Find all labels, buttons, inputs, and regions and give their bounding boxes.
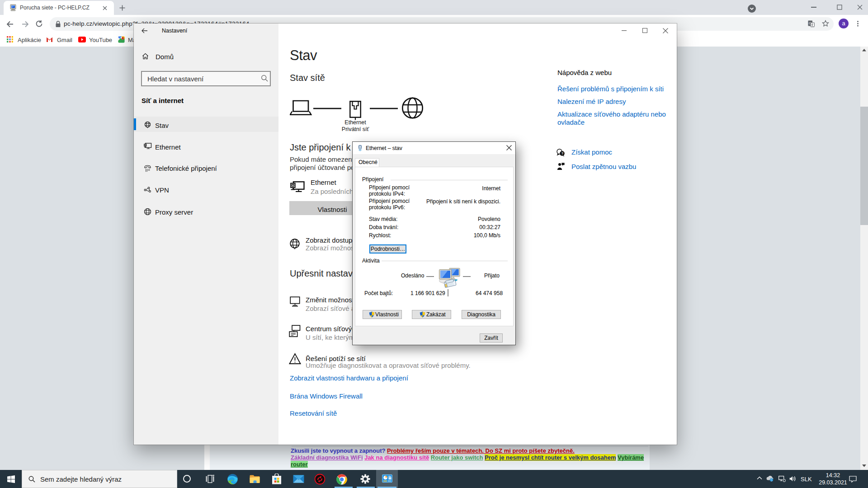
- svg-text:?: ?: [561, 151, 563, 155]
